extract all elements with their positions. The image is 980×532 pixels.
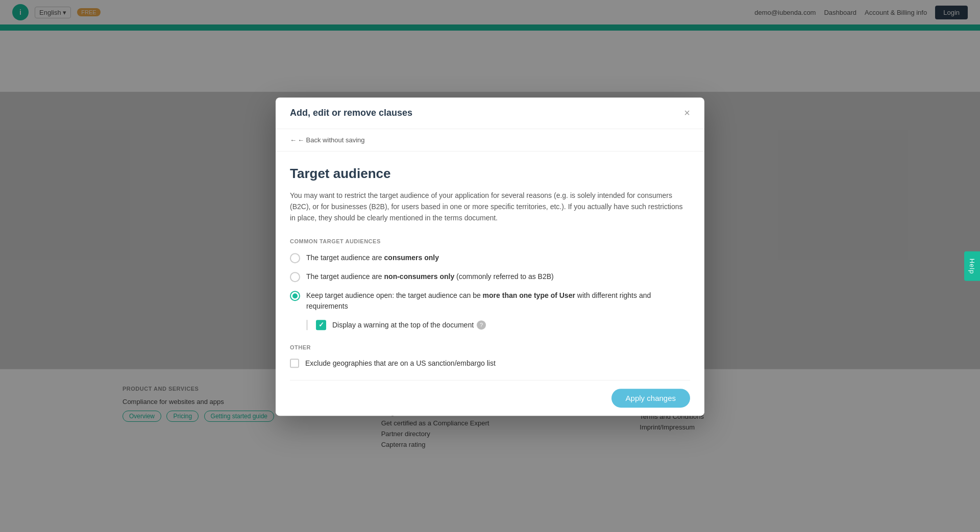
radio-non-consumers-label: The target audience are non-consumers on… xyxy=(306,271,554,282)
other-section: OTHER Exclude geographies that are on a … xyxy=(290,344,690,368)
back-link[interactable]: ← ← Back without saving xyxy=(276,129,704,151)
embargo-checkbox-box xyxy=(290,359,299,368)
modal-body: Target audience You may want to restrict… xyxy=(276,151,704,380)
common-audiences-label: COMMON TARGET AUDIENCES xyxy=(290,238,690,244)
sub-option: Display a warning at the top of the docu… xyxy=(306,320,690,330)
back-arrow-icon: ← xyxy=(290,136,297,144)
apply-changes-button[interactable]: Apply changes xyxy=(611,389,690,408)
radio-non-consumers-circle xyxy=(290,272,300,282)
radio-consumers-circle xyxy=(290,253,300,263)
radio-consumers[interactable]: The target audience are consumers only xyxy=(290,252,690,263)
embargo-checkbox-label: Exclude geographies that are on a US san… xyxy=(305,359,496,367)
modal-title: Add, edit or remove clauses xyxy=(290,108,412,118)
radio-non-consumers[interactable]: The target audience are non-consumers on… xyxy=(290,271,690,282)
radio-open-circle xyxy=(290,291,300,301)
modal-close-button[interactable]: × xyxy=(684,108,690,118)
warning-checkbox-box xyxy=(316,320,326,330)
help-tooltip-icon[interactable]: ? xyxy=(477,320,486,330)
section-desc: You may want to restrict the target audi… xyxy=(290,190,690,224)
radio-open-label: Keep target audience open: the target au… xyxy=(306,290,690,312)
radio-open[interactable]: Keep target audience open: the target au… xyxy=(290,290,690,312)
other-label: OTHER xyxy=(290,344,690,350)
radio-group: The target audience are consumers only T… xyxy=(290,252,690,330)
radio-consumers-label: The target audience are consumers only xyxy=(306,252,439,263)
warning-checkbox[interactable]: Display a warning at the top of the docu… xyxy=(316,320,690,330)
modal-header: Add, edit or remove clauses × xyxy=(276,97,704,129)
warning-checkbox-label: Display a warning at the top of the docu… xyxy=(332,320,486,330)
embargo-checkbox[interactable]: Exclude geographies that are on a US san… xyxy=(290,359,690,368)
section-title: Target audience xyxy=(290,166,690,182)
help-widget[interactable]: Help xyxy=(964,251,980,281)
modal: Add, edit or remove clauses × ← ← Back w… xyxy=(276,97,704,416)
back-label: ← Back without saving xyxy=(298,136,365,144)
modal-footer: Apply changes xyxy=(276,381,704,416)
